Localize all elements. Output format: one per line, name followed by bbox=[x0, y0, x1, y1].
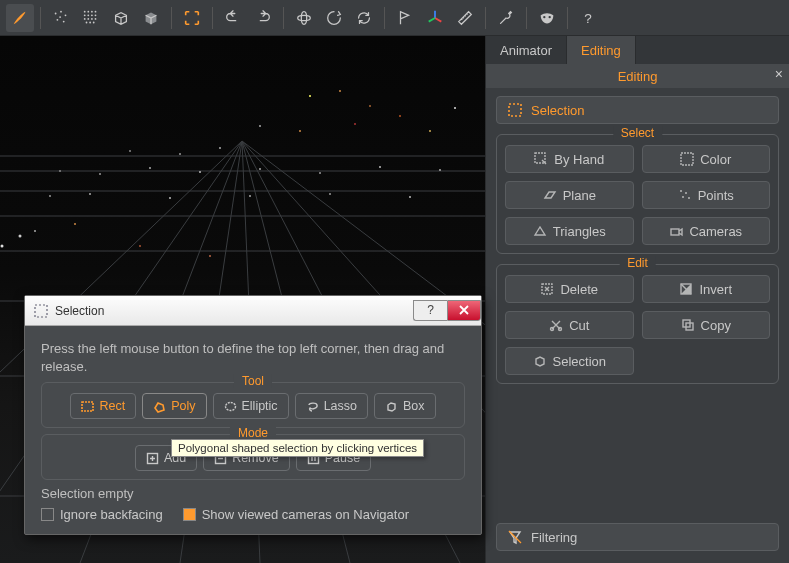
tool-legend: Tool bbox=[234, 374, 272, 388]
dialog-close-button[interactable] bbox=[447, 300, 481, 321]
right-panel: Animator Editing Editing × Selection Sel… bbox=[485, 36, 789, 563]
svg-point-57 bbox=[99, 173, 101, 175]
refresh-icon[interactable] bbox=[350, 4, 378, 32]
selection-dialog[interactable]: Selection ? Press the left mouse button … bbox=[24, 295, 482, 535]
flag-icon[interactable] bbox=[391, 4, 419, 32]
edit-copy-button[interactable]: Copy bbox=[642, 311, 771, 339]
svg-rect-83 bbox=[671, 229, 679, 235]
svg-point-79 bbox=[680, 190, 682, 192]
rect-label: Rect bbox=[99, 399, 125, 413]
svg-point-58 bbox=[149, 167, 151, 169]
brush-icon[interactable] bbox=[6, 4, 34, 32]
show-cameras-checkbox[interactable]: Show viewed cameras on Navigator bbox=[183, 507, 409, 522]
dialog-titlebar[interactable]: Selection ? bbox=[25, 296, 481, 326]
panel-close-icon[interactable]: × bbox=[775, 66, 783, 82]
svg-point-7 bbox=[87, 10, 89, 12]
dialog-title-icon bbox=[33, 303, 49, 319]
redo-icon[interactable] bbox=[249, 4, 277, 32]
select-cameras-button[interactable]: Cameras bbox=[642, 217, 771, 245]
ignore-backfacing-checkbox[interactable]: Ignore backfacing bbox=[41, 507, 163, 522]
tab-animator[interactable]: Animator bbox=[486, 36, 567, 64]
svg-point-0 bbox=[55, 12, 57, 14]
svg-point-53 bbox=[129, 150, 131, 152]
cube-wire-icon[interactable] bbox=[107, 4, 135, 32]
tool-poly-button[interactable]: Poly bbox=[142, 393, 206, 419]
edit-selection-label: Selection bbox=[553, 354, 606, 369]
select-points-button[interactable]: Points bbox=[642, 181, 771, 209]
tool-lasso-button[interactable]: Lasso bbox=[295, 393, 368, 419]
select-legend: Select bbox=[613, 126, 662, 140]
panel-title: Editing bbox=[618, 69, 658, 84]
svg-point-15 bbox=[87, 18, 89, 20]
help-icon[interactable]: ? bbox=[574, 4, 602, 32]
delete-icon bbox=[540, 282, 554, 296]
undo-icon[interactable] bbox=[219, 4, 247, 32]
tool-box-button[interactable]: Box bbox=[374, 393, 436, 419]
edit-fieldset: Edit Delete Invert Cut Copy Selection bbox=[496, 264, 779, 384]
svg-point-81 bbox=[682, 196, 684, 198]
cube-solid-icon[interactable] bbox=[137, 4, 165, 32]
select-triangles-button[interactable]: Triangles bbox=[505, 217, 634, 245]
points-sparse-icon[interactable] bbox=[47, 4, 75, 32]
orbit-icon[interactable] bbox=[290, 4, 318, 32]
tool-elliptic-button[interactable]: Elliptic bbox=[213, 393, 289, 419]
filtering-row-button[interactable]: Filtering bbox=[496, 523, 779, 551]
svg-point-1 bbox=[60, 10, 62, 12]
svg-point-82 bbox=[688, 197, 690, 199]
dialog-help-button[interactable]: ? bbox=[413, 300, 447, 321]
select-color-button[interactable]: Color bbox=[642, 145, 771, 173]
svg-point-62 bbox=[379, 166, 381, 168]
invert-label: Invert bbox=[699, 282, 732, 297]
checkbox-box-icon bbox=[41, 508, 54, 521]
toolbar-separator bbox=[40, 7, 41, 29]
svg-point-22 bbox=[301, 11, 306, 24]
cut-label: Cut bbox=[569, 318, 589, 333]
svg-text:?: ? bbox=[584, 10, 592, 25]
invert-icon bbox=[679, 282, 693, 296]
svg-point-92 bbox=[225, 402, 235, 410]
svg-point-54 bbox=[179, 153, 181, 155]
svg-point-72 bbox=[169, 197, 171, 199]
poly-label: Poly bbox=[171, 399, 195, 413]
points-label: Points bbox=[698, 188, 734, 203]
edit-cut-button[interactable]: Cut bbox=[505, 311, 634, 339]
svg-point-52 bbox=[454, 107, 456, 109]
axes-icon[interactable] bbox=[421, 4, 449, 32]
toolbar-separator bbox=[283, 7, 284, 29]
points-icon bbox=[678, 188, 692, 202]
bracket-select-icon[interactable] bbox=[178, 4, 206, 32]
toolbar-separator bbox=[526, 7, 527, 29]
svg-point-66 bbox=[34, 230, 36, 232]
triangles-icon bbox=[533, 224, 547, 238]
svg-point-59 bbox=[199, 171, 201, 173]
svg-point-17 bbox=[95, 18, 97, 20]
rotate-icon[interactable] bbox=[320, 4, 348, 32]
svg-point-63 bbox=[439, 169, 441, 171]
select-plane-button[interactable]: Plane bbox=[505, 181, 634, 209]
svg-point-49 bbox=[354, 123, 356, 125]
select-by-hand-button[interactable]: By Hand bbox=[505, 145, 634, 173]
svg-rect-90 bbox=[35, 305, 47, 317]
svg-point-24 bbox=[549, 15, 551, 17]
edit-selection-button[interactable]: Selection bbox=[505, 347, 634, 375]
edit-delete-button[interactable]: Delete bbox=[505, 275, 634, 303]
dialog-title: Selection bbox=[55, 304, 413, 318]
svg-point-3 bbox=[57, 18, 59, 20]
selection-status: Selection empty bbox=[41, 486, 465, 501]
panel-title-row: Editing × bbox=[486, 64, 789, 88]
cut-icon bbox=[549, 318, 563, 332]
selection-row-button[interactable]: Selection bbox=[496, 96, 779, 124]
edit-invert-button[interactable]: Invert bbox=[642, 275, 771, 303]
svg-point-60 bbox=[259, 168, 261, 170]
wrench-icon[interactable] bbox=[492, 4, 520, 32]
svg-point-68 bbox=[139, 245, 141, 247]
rect-icon bbox=[81, 400, 94, 413]
tab-editing[interactable]: Editing bbox=[567, 36, 636, 64]
tool-rect-button[interactable]: Rect bbox=[70, 393, 136, 419]
selection-dashed-icon bbox=[507, 102, 523, 118]
ruler-icon[interactable] bbox=[451, 4, 479, 32]
svg-point-75 bbox=[409, 196, 411, 198]
points-dense-icon[interactable] bbox=[77, 4, 105, 32]
svg-point-64 bbox=[19, 235, 22, 238]
mask-icon[interactable] bbox=[533, 4, 561, 32]
